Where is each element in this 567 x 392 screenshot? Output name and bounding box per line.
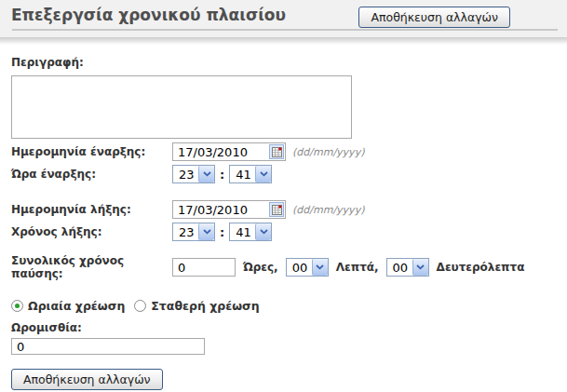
pause-hours-input[interactable] <box>172 258 236 277</box>
start-hour-value: 23 <box>173 168 198 182</box>
end-minute-select[interactable]: 41 <box>229 223 272 241</box>
pause-minutes-value: 00 <box>287 261 312 275</box>
form-area: Περιγραφή: Ημερομηνία έναρξης: (dd/mm/yy… <box>0 45 567 390</box>
radio-fixed-charge[interactable] <box>134 300 146 312</box>
save-changes-button-bottom[interactable]: Αποθήκευση αλλαγών <box>11 369 163 390</box>
description-textarea[interactable] <box>11 75 352 139</box>
end-time-row: Χρόνος λήξης: 23 : 41 <box>11 223 556 241</box>
start-time-row: Ώρα έναρξης: 23 : 41 <box>11 165 556 183</box>
end-hour-select[interactable]: 23 <box>172 223 215 241</box>
radio-hourly-charge[interactable] <box>11 300 23 312</box>
pause-time-label: Συνολικός χρόνος παύσης: <box>11 254 172 280</box>
pause-minutes-unit: Λεπτά, <box>336 261 379 274</box>
pause-seconds-select[interactable]: 00 <box>386 258 429 277</box>
end-date-field <box>172 200 286 219</box>
end-minute-value: 41 <box>230 225 255 239</box>
start-date-label: Ημερομηνία έναρξης: <box>11 145 172 158</box>
start-hour-select[interactable]: 23 <box>172 165 215 183</box>
chevron-down-icon <box>198 166 214 182</box>
chevron-down-icon <box>412 259 428 276</box>
fixed-charge-label: Σταθερή χρέωση <box>151 299 259 313</box>
header-divider <box>12 29 558 31</box>
hourly-rate-label: Ωρομισθία: <box>11 321 556 334</box>
end-date-row: Ημερομηνία λήξης: (dd/mm/yyyy) <box>11 200 556 219</box>
start-time-label: Ώρα έναρξης: <box>11 168 172 181</box>
start-date-format-hint: (dd/mm/yyyy) <box>292 146 364 158</box>
calendar-icon[interactable] <box>269 202 284 217</box>
chevron-down-icon <box>312 259 328 276</box>
description-label: Περιγραφή: <box>11 56 556 69</box>
chevron-down-icon <box>198 223 214 240</box>
start-date-field <box>172 142 286 161</box>
pause-seconds-value: 00 <box>387 261 412 275</box>
pause-seconds-unit: Δευτερόλεπτα <box>437 261 525 274</box>
start-minute-select[interactable]: 41 <box>229 165 272 183</box>
end-date-format-hint: (dd/mm/yyyy) <box>292 204 364 216</box>
end-time-label: Χρόνος λήξης: <box>11 225 172 238</box>
edit-timeframe-page: Επεξεργσία χρονικού πλαισίου Αποθήκευση … <box>0 0 567 390</box>
end-date-label: Ημερομηνία λήξης: <box>11 203 172 216</box>
calendar-icon[interactable] <box>269 144 284 159</box>
time-separator: : <box>220 168 224 182</box>
start-date-row: Ημερομηνία έναρξης: (dd/mm/yyyy) <box>11 142 556 161</box>
save-changes-button-top[interactable]: Αποθήκευση αλλαγών <box>358 7 510 28</box>
chevron-down-icon <box>255 223 271 240</box>
page-title: Επεξεργσία χρονικού πλαισίου <box>11 6 286 24</box>
pause-time-row: Συνολικός χρόνος παύσης: Ώρες, 00 Λεπτά,… <box>11 254 556 280</box>
page-header: Επεξεργσία χρονικού πλαισίου Αποθήκευση … <box>0 0 567 37</box>
header-shadow <box>0 37 567 45</box>
pause-minutes-select[interactable]: 00 <box>286 258 329 277</box>
end-date-input[interactable] <box>173 203 269 217</box>
end-hour-value: 23 <box>173 225 198 239</box>
pause-hours-unit: Ώρες, <box>243 261 278 274</box>
charge-type-group: Ωριαία χρέωση Σταθερή χρέωση <box>11 299 556 313</box>
time-separator: : <box>220 225 224 239</box>
hourly-rate-input[interactable] <box>11 338 205 355</box>
start-minute-value: 41 <box>230 168 255 182</box>
hourly-charge-label: Ωριαία χρέωση <box>28 299 125 313</box>
start-date-input[interactable] <box>173 145 269 159</box>
chevron-down-icon <box>255 166 271 182</box>
